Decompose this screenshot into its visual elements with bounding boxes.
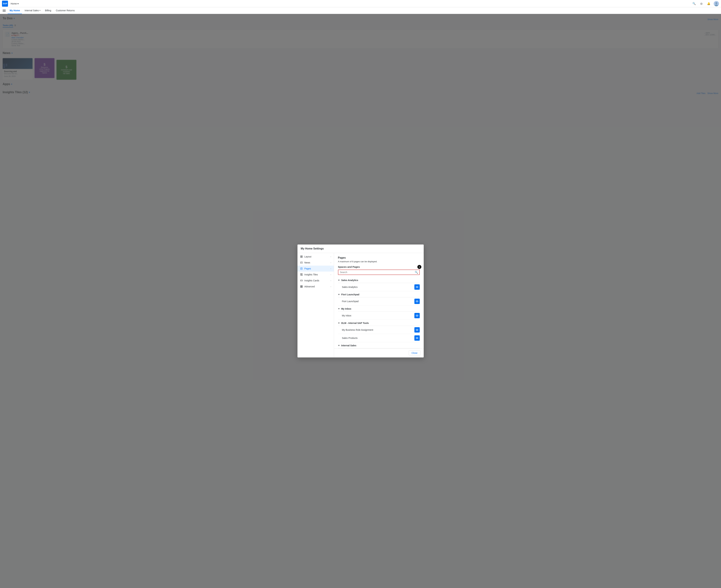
svg-rect-4: [302, 256, 302, 256]
step-1-indicator: 1: [417, 265, 421, 269]
svg-point-31: [417, 301, 417, 302]
modal-content-inner: Pages A maximum of 8 pages can be displa…: [334, 253, 424, 348]
svg-rect-24: [302, 286, 303, 287]
svg-point-35: [417, 330, 417, 330]
hamburger-menu[interactable]: [3, 9, 6, 12]
svg-rect-20: [301, 286, 302, 286]
svg-rect-6: [302, 257, 302, 258]
insights-tiles-icon: [300, 273, 303, 276]
search-box-wrapper: 🔍: [338, 270, 420, 275]
settings-icon[interactable]: ◎: [699, 1, 704, 6]
chevron-right-icon: ›: [331, 268, 331, 270]
news-icon: [300, 261, 303, 264]
chevron-right-icon: ›: [331, 280, 331, 281]
nav-item-customer-returns[interactable]: Customer Returns: [54, 7, 77, 14]
modal-sidebar: Layout › News ›: [297, 253, 334, 357]
svg-point-1: [715, 2, 717, 4]
top-nav: SAP Home ▾ 🔍 ◎ 🔔: [0, 0, 721, 7]
svg-rect-23: [301, 286, 302, 287]
space-header-dlm[interactable]: ▼ DLM - Internal SAP Tools: [338, 320, 420, 326]
collapse-icon: ▼: [338, 308, 340, 310]
svg-rect-17: [300, 280, 302, 281]
modal-my-home-settings: My Home Settings Layout ›: [297, 245, 424, 357]
svg-rect-19: [300, 286, 301, 286]
avatar[interactable]: [714, 1, 719, 6]
chevron-right-icon: ›: [331, 262, 331, 264]
svg-rect-22: [300, 286, 301, 287]
sidebar-item-pages[interactable]: Pages ›: [297, 266, 334, 272]
sidebar-item-insights-tiles[interactable]: Insights Tiles ›: [297, 272, 334, 277]
svg-rect-5: [300, 257, 301, 258]
spaces-list: ▼ Sales Analytics Sales Analytics: [338, 277, 420, 348]
search-icon: 🔍: [415, 271, 418, 274]
visibility-toggle-btn[interactable]: [415, 313, 420, 318]
search-input[interactable]: [338, 270, 420, 275]
sap-logo[interactable]: SAP: [2, 1, 8, 7]
advanced-icon: [300, 285, 303, 288]
spaces-pages-label: Spaces and Pages: [338, 266, 420, 268]
svg-point-29: [417, 287, 417, 288]
space-group-dlm: ▼ DLM - Internal SAP Tools My Business R…: [338, 320, 420, 342]
sidebar-item-advanced[interactable]: Advanced ›: [297, 284, 334, 290]
space-header-internal-sales[interactable]: ▼ Internal Sales: [338, 343, 420, 348]
nav-icons: 🔍 ◎ 🔔: [692, 1, 719, 6]
svg-rect-16: [300, 274, 301, 274]
collapse-icon: ▼: [338, 344, 340, 346]
modal-header: My Home Settings: [297, 245, 424, 253]
page-item: My Business Role Assignment: [338, 326, 420, 334]
chevron-right-icon: ›: [331, 286, 331, 288]
visibility-toggle-btn[interactable]: [415, 335, 420, 341]
chevron-right-icon: ›: [331, 256, 331, 258]
page-item: Sales Analytics: [338, 283, 420, 291]
pages-subtitle: A maximum of 8 pages can be displayed.: [338, 260, 420, 263]
search-icon[interactable]: 🔍: [692, 1, 696, 6]
svg-point-37: [417, 338, 417, 338]
svg-rect-15: [302, 274, 302, 276]
space-header-fiori[interactable]: ▼ Fiori Launchpad: [338, 292, 420, 297]
pages-icon: [300, 267, 303, 270]
chevron-right-icon: ›: [331, 274, 331, 276]
space-group-sales-analytics: ▼ Sales Analytics Sales Analytics: [338, 277, 420, 291]
modal-right-panel: Pages A maximum of 8 pages can be displa…: [334, 253, 424, 357]
space-group-internal-sales: ▼ Internal Sales Sales Processing: [338, 343, 420, 348]
visibility-toggle-btn[interactable]: [415, 285, 420, 290]
page-item: Sales Products: [338, 334, 420, 342]
home-dropdown[interactable]: Home ▾: [9, 2, 20, 5]
visibility-toggle-btn[interactable]: [415, 299, 420, 304]
svg-rect-25: [300, 287, 301, 288]
svg-rect-7: [300, 262, 302, 264]
space-group-my-inbox: ▼ My Inbox My Inbox: [338, 306, 420, 320]
secondary-nav: My Home Internal Sales ▾ Billing Custome…: [0, 7, 721, 14]
nav-item-my-home[interactable]: My Home: [8, 7, 22, 14]
insights-cards-icon: [300, 279, 303, 282]
space-group-fiori: ▼ Fiori Launchpad Fiori Launchpad: [338, 292, 420, 306]
sidebar-item-news[interactable]: News ›: [297, 259, 334, 266]
collapse-icon: ▼: [338, 293, 340, 296]
svg-point-33: [417, 315, 417, 316]
collapse-icon: ▼: [338, 279, 340, 281]
collapse-icon: ▼: [338, 322, 340, 324]
bell-icon[interactable]: 🔔: [706, 1, 711, 6]
close-button[interactable]: Close: [409, 351, 420, 355]
space-header-my-inbox[interactable]: ▼ My Inbox: [338, 306, 420, 312]
svg-rect-3: [300, 256, 301, 256]
svg-rect-26: [301, 287, 302, 288]
pages-title: Pages: [338, 256, 420, 259]
svg-rect-21: [302, 286, 303, 286]
sidebar-item-insights-cards[interactable]: Insights Cards ›: [297, 277, 334, 284]
modal-body: Layout › News ›: [297, 253, 424, 357]
nav-item-internal-sales[interactable]: Internal Sales ▾: [23, 7, 42, 14]
page-item: My Inbox: [338, 312, 420, 320]
visibility-toggle-btn[interactable]: [415, 327, 420, 333]
nav-item-billing[interactable]: Billing: [43, 7, 53, 14]
modal-footer: Close: [334, 348, 424, 357]
layout-icon: [300, 255, 303, 258]
search-section: Spaces and Pages 🔍 1: [338, 266, 420, 275]
svg-rect-27: [302, 287, 303, 288]
svg-rect-14: [300, 274, 301, 276]
sidebar-item-layout[interactable]: Layout ›: [297, 254, 334, 259]
main-area: To Dos ▾ Show More Tasks (45) S 📄 Appro.…: [0, 14, 721, 588]
space-header-sales-analytics[interactable]: ▼ Sales Analytics: [338, 277, 420, 283]
page-item: Fiori Launchpad: [338, 297, 420, 306]
